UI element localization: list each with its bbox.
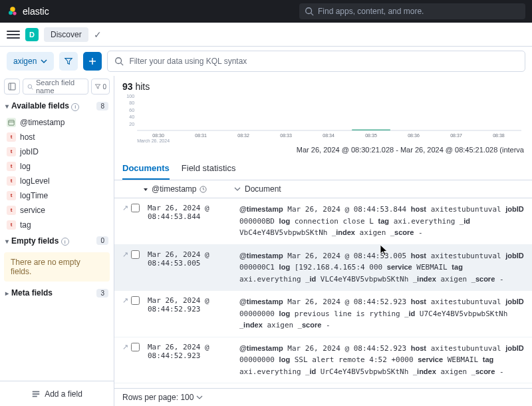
tabs: Documents Field statistics — [114, 158, 532, 180]
meta-fields-header[interactable]: ▸Meta fields 3 — [0, 284, 114, 302]
field-layout-button[interactable] — [4, 79, 20, 95]
menu-toggle-button[interactable] — [7, 28, 20, 41]
available-fields-header[interactable]: ▾Available fields i 8 — [0, 97, 114, 115]
query-input[interactable]: Filter your data using KQL syntax — [107, 51, 525, 72]
meta-fields-label: Meta fields — [11, 288, 53, 298]
field-item[interactable]: ttag — [0, 218, 114, 232]
svg-line-6 — [121, 63, 124, 66]
table-row[interactable]: ↗Mar 26, 2024 @ 08:44:52.923@timestamp M… — [114, 337, 532, 384]
text-type-icon: t — [7, 191, 16, 200]
table-footer: Rows per page: 100 — [114, 388, 532, 406]
row-document: @timestamp Mar 26, 2024 @ 08:44:53.005 h… — [239, 250, 524, 286]
text-type-icon: t — [7, 206, 16, 215]
field-item[interactable]: @timestamp — [0, 115, 114, 130]
table-row[interactable]: ↗Mar 26, 2024 @ 08:44:53.844@timestamp M… — [114, 198, 532, 245]
dataview-button[interactable]: axigen — [7, 52, 54, 71]
text-type-icon: t — [7, 162, 16, 171]
layout-icon — [8, 83, 16, 91]
text-type-icon: t — [7, 132, 16, 142]
expand-icon[interactable]: ↗ — [122, 343, 128, 351]
elastic-logo-icon — [7, 5, 19, 17]
calendar-icon — [7, 118, 16, 127]
table-row[interactable]: ↗Mar 26, 2024 @ 08:44:22.841@timestamp M… — [114, 383, 532, 388]
elastic-logo[interactable]: elastic — [7, 5, 299, 17]
field-name: log — [20, 162, 31, 171]
hits-count: 93 hits — [114, 76, 532, 92]
svg-rect-15 — [33, 395, 37, 397]
svg-rect-27 — [352, 129, 390, 130]
global-header: elastic Find apps, content, and more. — [0, 0, 532, 23]
available-fields-count: 8 — [96, 102, 108, 110]
caret-down-icon: ▾ — [5, 102, 9, 110]
chevron-down-icon — [234, 186, 241, 192]
row-document: @timestamp Mar 26, 2024 @ 08:44:53.844 h… — [239, 204, 524, 239]
row-actions: ↗ — [122, 250, 142, 286]
tab-field-statistics[interactable]: Field statistics — [182, 158, 236, 180]
search-icon — [114, 57, 124, 66]
text-type-icon: t — [7, 147, 16, 156]
svg-point-1 — [9, 11, 13, 15]
add-field-label: Add a field — [45, 389, 82, 399]
svg-text:08:30: 08:30 — [152, 133, 164, 138]
add-field-button[interactable]: Add a field — [0, 381, 114, 406]
field-item[interactable]: tservice — [0, 203, 114, 218]
field-item[interactable]: tjobID — [0, 144, 114, 159]
query-toolbar: axigen Filter your data using KQL syntax — [0, 47, 532, 76]
caret-right-icon: ▸ — [5, 290, 9, 297]
global-search[interactable]: Find apps, content, and more. — [299, 3, 525, 19]
search-icon — [305, 7, 314, 16]
row-checkbox[interactable] — [131, 204, 140, 212]
svg-rect-14 — [33, 393, 40, 395]
space-badge[interactable]: D — [25, 28, 39, 41]
field-name: host — [20, 132, 35, 142]
field-search-placeholder: Search field name — [36, 79, 84, 95]
histogram-chart[interactable]: 2040608010008:3008:3108:3208:3308:3408:3… — [114, 92, 532, 144]
field-item[interactable]: tlogLevel — [0, 174, 114, 188]
available-fields-label: Available fields — [11, 101, 69, 110]
text-type-icon: t — [7, 220, 16, 230]
svg-point-5 — [116, 58, 122, 64]
tab-documents[interactable]: Documents — [122, 158, 170, 180]
row-timestamp: Mar 26, 2024 @ 08:44:53.005 — [148, 250, 234, 286]
rows-per-page-button[interactable]: Rows per page: 100 — [122, 393, 194, 402]
row-checkbox[interactable] — [131, 343, 140, 351]
field-name: service — [20, 206, 45, 215]
col-document[interactable]: Document — [234, 184, 524, 194]
table-row[interactable]: ↗Mar 26, 2024 @ 08:44:53.005@timestamp M… — [114, 245, 532, 292]
expand-icon[interactable]: ↗ — [122, 296, 128, 305]
svg-line-4 — [311, 13, 314, 16]
dataview-label: axigen — [13, 57, 37, 66]
field-item[interactable]: tlog — [0, 159, 114, 174]
expand-icon[interactable]: ↗ — [122, 204, 128, 212]
svg-text:08:31: 08:31 — [195, 133, 207, 138]
table-row[interactable]: ↗Mar 26, 2024 @ 08:44:52.923@timestamp M… — [114, 291, 532, 337]
add-filter-button[interactable] — [83, 52, 102, 71]
field-filter-button[interactable]: 0 — [91, 79, 110, 95]
content: 93 hits 2040608010008:3008:3108:3208:330… — [114, 76, 532, 406]
svg-line-10 — [31, 88, 33, 89]
svg-text:60: 60 — [129, 108, 134, 112]
empty-fields-label: Empty fields — [11, 236, 59, 246]
svg-point-3 — [306, 8, 312, 14]
field-item[interactable]: thost — [0, 130, 114, 144]
check-icon[interactable]: ✓ — [94, 29, 102, 40]
elastic-logo-text: elastic — [23, 6, 49, 17]
row-actions: ↗ — [122, 343, 142, 378]
expand-icon[interactable]: ↗ — [122, 250, 128, 259]
app-name-pill[interactable]: Discover — [44, 27, 88, 42]
info-icon[interactable]: i — [71, 103, 79, 111]
svg-text:08:34: 08:34 — [323, 133, 334, 138]
empty-fields-header[interactable]: ▾Empty fields i 0 — [0, 232, 114, 250]
info-icon[interactable]: i — [61, 238, 69, 246]
row-checkbox[interactable] — [131, 296, 140, 305]
svg-text:08:35: 08:35 — [365, 133, 377, 138]
svg-text:March 26, 2024: March 26, 2024 — [137, 138, 170, 142]
field-search-input[interactable]: Search field name — [23, 79, 88, 95]
col-timestamp[interactable]: @timestamp — [122, 184, 229, 194]
row-checkbox[interactable] — [131, 250, 140, 259]
sort-down-icon — [142, 186, 149, 192]
svg-rect-13 — [33, 391, 40, 392]
field-item[interactable]: tlogTime — [0, 188, 114, 203]
row-actions: ↗ — [122, 204, 142, 239]
filter-button[interactable] — [59, 52, 78, 71]
